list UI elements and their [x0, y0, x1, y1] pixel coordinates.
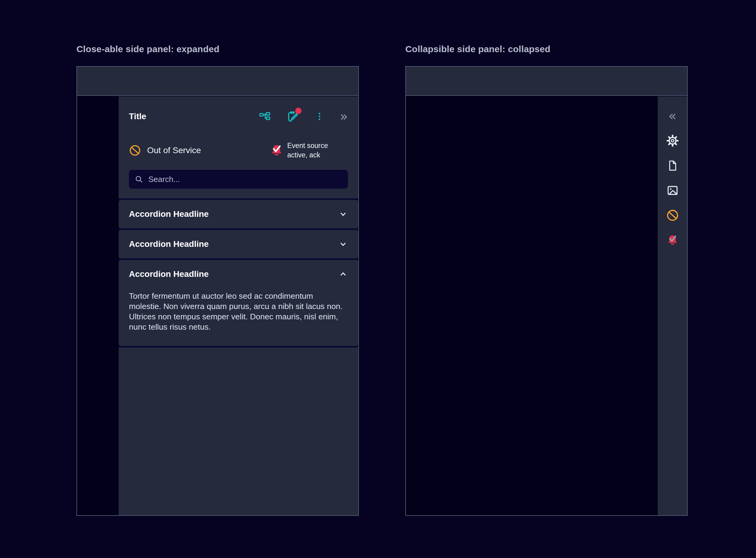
chevron-up-icon: [338, 269, 348, 279]
content-area: [77, 97, 119, 515]
panel-header: Title: [119, 107, 358, 126]
out-of-service-status: Out of Service: [129, 144, 201, 156]
document-button[interactable]: [665, 158, 680, 173]
app-frame-expanded: Title: [76, 66, 359, 516]
hierarchy-button[interactable]: [259, 111, 271, 122]
accordion-header-3[interactable]: Accordion Headline: [119, 260, 358, 288]
accordion-section-2: Accordion Headline: [119, 230, 358, 258]
collapsed-example-group: Collapsible side panel: collapsed «: [405, 43, 688, 516]
settings-icon: [666, 135, 679, 147]
search-box: [129, 170, 348, 188]
settings-button[interactable]: [665, 133, 680, 148]
accordion-header-2[interactable]: Accordion Headline: [119, 230, 358, 258]
accordion-group: Accordion Headline Accordion Headl: [119, 198, 358, 348]
notification-badge: [295, 108, 302, 114]
note-edit-button[interactable]: [286, 110, 299, 123]
kebab-menu-button[interactable]: [314, 111, 325, 122]
collapse-panel-button[interactable]: »: [340, 110, 348, 123]
search-input[interactable]: [148, 175, 343, 184]
panel-title: Title: [129, 111, 146, 121]
chevron-down-icon: [338, 239, 348, 249]
accordion-label: Accordion Headline: [129, 239, 209, 249]
event-ack-button[interactable]: [665, 233, 680, 248]
stage: Close-able side panel: expanded Title: [0, 0, 756, 558]
section-heading-collapsed: Collapsible side panel: collapsed: [405, 43, 688, 56]
event-ack-icon: [270, 144, 284, 157]
chevron-down-icon: [338, 209, 348, 219]
frame-body: Title: [77, 97, 358, 515]
hierarchy-icon: [259, 111, 271, 122]
app-topbar: [77, 67, 358, 96]
accordion-label: Accordion Headline: [129, 269, 209, 279]
accordion-section-1: Accordion Headline: [119, 200, 358, 228]
expand-panel-button[interactable]: «: [665, 108, 680, 123]
image-button[interactable]: [665, 183, 680, 198]
accordion-label: Accordion Headline: [129, 209, 209, 219]
app-frame-collapsed: «: [405, 66, 688, 516]
event-source-status: Event source active, ack: [270, 141, 328, 160]
collapse-right-icon: »: [340, 110, 348, 123]
search-icon: [134, 175, 144, 184]
out-of-service-icon: [666, 209, 679, 222]
out-of-service-button[interactable]: [665, 208, 680, 223]
accordion-body-text: Tortor fermentum ut auctor leo sed ac co…: [119, 288, 358, 346]
status-label: Out of Service: [147, 146, 201, 155]
frame-body: «: [406, 97, 687, 515]
document-icon: [667, 160, 678, 171]
content-area: [406, 97, 658, 515]
event-text: Event source active, ack: [287, 141, 328, 160]
collapse-left-icon: «: [668, 110, 677, 122]
side-panel-collapsed-rail: «: [658, 97, 687, 515]
out-of-service-icon: [129, 144, 141, 156]
accordion-header-1[interactable]: Accordion Headline: [119, 200, 358, 228]
app-topbar: [406, 67, 687, 96]
event-text-line1: Event source: [287, 142, 328, 150]
section-heading-expanded: Close-able side panel: expanded: [76, 43, 359, 56]
event-text-line2: active, ack: [287, 151, 320, 159]
status-row: Out of Service Event: [119, 140, 358, 161]
side-panel-expanded: Title: [119, 97, 358, 515]
panel-header-actions: »: [259, 110, 348, 123]
image-icon: [666, 184, 679, 197]
kebab-menu-icon: [314, 111, 325, 122]
event-ack-icon: [666, 234, 679, 247]
accordion-section-3: Accordion Headline Tortor fermentum ut a…: [119, 260, 358, 346]
expanded-example-group: Close-able side panel: expanded Title: [76, 43, 359, 516]
